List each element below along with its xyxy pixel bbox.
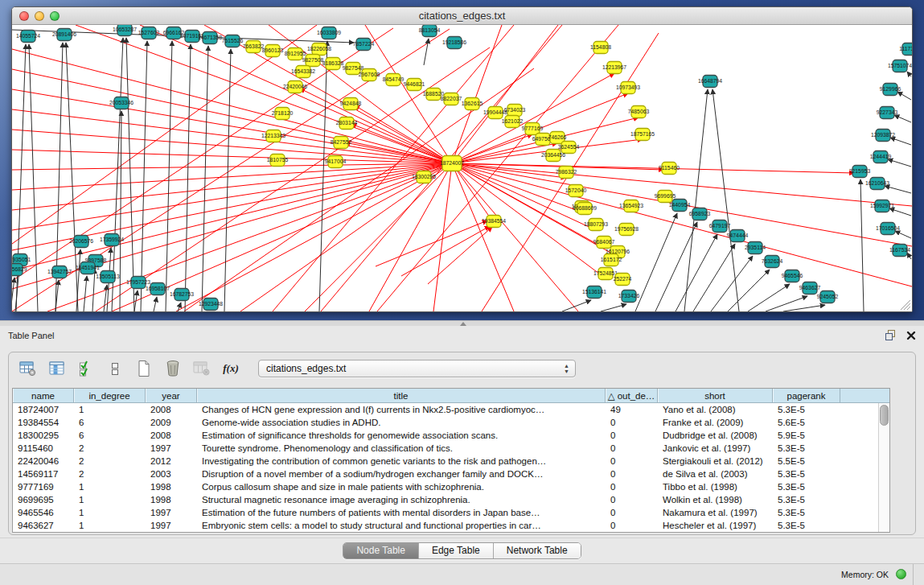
graph-edge[interactable] [601,304,626,311]
graph-edge[interactable] [693,244,735,311]
deselect-all-button[interactable] [105,359,125,378]
graph-edge[interactable] [154,297,157,311]
column-header-short[interactable]: short [658,389,773,402]
panel-splitter[interactable] [0,320,924,326]
graph-edge[interactable] [134,290,138,311]
resize-grip[interactable] [901,300,910,310]
graph-edge[interactable] [889,208,911,216]
graph-edge[interactable] [104,285,107,311]
column-header-year[interactable]: year [146,389,197,402]
table-row[interactable]: 911546021997Tourette syndrome. Phenomeno… [13,442,889,455]
graph-edge[interactable] [452,163,578,311]
graph-edge[interactable] [711,256,753,311]
float-panel-icon[interactable] [885,330,897,340]
window-titlebar[interactable]: citations_edges.txt [12,7,912,25]
graph-edge[interactable] [452,163,912,286]
graph-edge[interactable] [166,41,172,311]
graph-edge[interactable] [433,163,452,311]
graph-edge[interactable] [185,44,191,311]
graph-edge[interactable] [894,115,911,122]
table-cell: de Silva et al. (2003) [658,468,773,480]
graph-edge[interactable] [12,163,452,170]
graph-edge[interactable] [12,278,14,311]
table-row[interactable]: 2242004622012Investigating the contribut… [13,455,889,468]
graph-node-label: 2967608 [359,72,380,77]
graph-edge[interactable] [92,269,95,311]
graph-edge[interactable] [141,41,147,311]
table-cell: Jankovic et al. (1997) [658,442,773,455]
network-graph[interactable]: 1405572420891406106532871527602696616210… [12,25,912,311]
graph-edge[interactable] [897,92,911,100]
tab-network-table[interactable]: Network Table [494,543,581,558]
graph-node-label: 9227343 [877,109,898,115]
graph-edge[interactable] [728,270,770,311]
graph-edge[interactable] [907,253,911,259]
graph-edge[interactable] [655,222,697,311]
column-header-name[interactable]: name [13,389,74,402]
graph-node-label: 20206576 [69,238,93,244]
graph-node-label: 10688609 [573,205,597,211]
graph-node-label: 1527602 [138,30,160,35]
graph-edge[interactable] [355,105,452,163]
graph-edge[interactable] [452,73,614,163]
table-row[interactable]: 946554611997Estimation of the future num… [13,506,889,519]
column-header-title[interactable]: title [197,389,606,402]
graph-edge[interactable] [319,41,327,311]
table-row[interactable]: 946362711997Embryonic stem cells: a mode… [13,519,889,532]
scrollbar-thumb[interactable] [880,405,889,426]
graph-edge[interactable] [12,150,452,163]
close-panel-icon[interactable] [906,331,916,340]
graph-edge[interactable] [84,276,87,311]
column-header-out_de[interactable]: △ out_de… [606,389,658,402]
column-header-in_degree[interactable]: in_degree [74,389,146,402]
graph-edge[interactable] [29,44,38,311]
table-cell: 5.9E-5 [773,429,840,442]
graph-edge[interactable] [452,163,606,278]
table-row[interactable]: 1830029562008Estimation of significance … [13,429,889,442]
graph-edge[interactable] [860,179,864,311]
graph-edge[interactable] [424,39,429,65]
graph-edge[interactable] [888,159,911,167]
graph-edge[interactable] [120,111,121,311]
new-column-button[interactable] [134,359,154,378]
tab-edge-table[interactable]: Edge Table [419,543,494,558]
graph-edge[interactable] [12,109,452,163]
graph-edge[interactable] [676,234,717,311]
table-select-dropdown[interactable]: citations_edges.txt ▲▼ [258,360,576,377]
graph-edge[interactable] [452,134,532,163]
graph-edge[interactable] [12,163,452,210]
table-row[interactable]: 1872400712008Changes of HCN gene express… [13,403,889,416]
graph-edge[interactable] [713,89,739,311]
graph-edge[interactable] [377,25,618,311]
show-columns-button[interactable] [47,359,67,378]
table-row[interactable]: 977716911998Corpus callosum shape and si… [13,480,889,493]
graph-edge[interactable] [224,49,231,311]
vertical-scrollbar[interactable] [878,403,889,532]
graph-edge[interactable] [112,38,123,311]
graph-edge[interactable] [240,163,452,311]
graph-edge[interactable] [748,284,790,311]
graph-edge[interactable] [766,296,807,311]
table-body: 1872400712008Changes of HCN gene express… [13,403,889,532]
function-builder-button[interactable]: f(x) [221,359,240,378]
graph-edge[interactable] [885,186,911,193]
table-settings-button[interactable] [18,359,38,378]
graph-edge[interactable] [635,213,677,311]
table-row[interactable]: 1456911722003Disruption of a novel membe… [13,468,889,480]
graph-node-label: 252274 [614,276,632,282]
graph-edge[interactable] [126,38,134,311]
graph-edge[interactable] [783,305,825,311]
graph-edge[interactable] [907,72,911,76]
delete-column-button[interactable] [163,359,183,378]
graph-edge[interactable] [376,220,487,266]
column-header-pagerank[interactable]: pagerank [773,389,840,402]
select-all-button[interactable] [76,359,96,378]
graph-edge[interactable] [890,138,911,145]
tab-node-table[interactable]: Node Table [343,543,419,558]
table-row[interactable]: 1938455462009Genome-wide association stu… [13,416,889,429]
graph-edge[interactable] [684,89,708,311]
table-row[interactable]: 969969511998Structural magnetic resonanc… [13,493,889,506]
graph-edge[interactable] [12,163,452,270]
network-canvas[interactable]: 1405572420891406106532871527602696616210… [12,25,912,311]
graph-edge[interactable] [895,231,911,238]
